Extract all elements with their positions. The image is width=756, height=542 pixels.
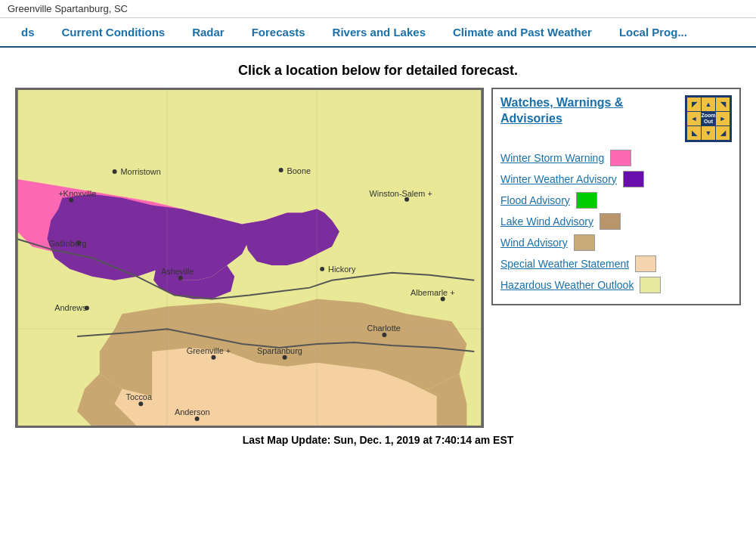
svg-text:Charlotte: Charlotte: [367, 324, 401, 333]
nav-item-current[interactable]: Current Conditions: [48, 18, 179, 48]
legend-color-hazardous: [640, 277, 661, 293]
location-text: Greenville Spartanburg, SC: [8, 3, 128, 14]
legend-color-flood: [576, 192, 597, 209]
legend-item-lake-wind: Lake Wind Advisory: [500, 213, 732, 230]
main-content: Click a location below for detailed fore…: [0, 48, 756, 454]
svg-text:Andrews: Andrews: [54, 303, 87, 312]
legend-link-lake-wind[interactable]: Lake Wind Advisory: [500, 215, 593, 228]
legend-panel: Watches, Warnings & Advisories ◤ ▲ ◥ ◄ Z…: [491, 88, 741, 305]
svg-text:Boone: Boone: [287, 166, 311, 175]
zoom-arrow-upright[interactable]: ◥: [716, 98, 730, 111]
legend-link-flood[interactable]: Flood Advisory: [500, 194, 570, 207]
svg-text:Greenville +: Greenville +: [187, 346, 231, 355]
svg-text:Winston-Salem +: Winston-Salem +: [370, 189, 432, 198]
svg-point-29: [441, 297, 445, 302]
legend-link-winter-weather[interactable]: Winter Weather Advisory: [500, 172, 617, 186]
instruction-text: Click a location below for detailed fore…: [15, 63, 741, 79]
svg-text:Anderson: Anderson: [175, 407, 210, 417]
svg-point-31: [382, 333, 386, 337]
svg-text:Albemarle +: Albemarle +: [411, 288, 454, 297]
nav-item-rivers[interactable]: Rivers and Lakes: [319, 18, 439, 48]
svg-point-27: [178, 276, 183, 280]
legend-item-special-weather: Special Weather Statement: [500, 256, 732, 272]
svg-point-33: [283, 355, 287, 360]
nav-item-climate[interactable]: Climate and Past Weather: [439, 18, 606, 48]
zoom-arrow-up[interactable]: ▲: [702, 98, 715, 111]
svg-point-37: [138, 401, 143, 406]
svg-text:Asheville: Asheville: [161, 267, 194, 276]
legend-link-hazardous[interactable]: Hazardous Weather Outlook: [500, 278, 634, 292]
svg-text:Spartanburg: Spartanburg: [257, 346, 302, 355]
legend-color-winter-storm: [610, 150, 631, 166]
zoom-arrow-upleft[interactable]: ◤: [687, 98, 701, 111]
svg-text:+Knoxville: +Knoxville: [58, 189, 96, 198]
zoom-arrow-left[interactable]: ◄: [687, 112, 701, 125]
svg-text:Gatlinburg: Gatlinburg: [48, 239, 86, 248]
legend-color-winter-weather: [623, 171, 644, 187]
nav-item-ds[interactable]: ds: [8, 18, 48, 48]
svg-point-35: [211, 355, 215, 360]
svg-point-21: [279, 168, 284, 172]
map-footer: Last Map Update: Sun, Dec. 1, 2019 at 7:…: [15, 434, 741, 446]
nav-item-radar[interactable]: Radar: [178, 18, 238, 48]
zoom-out-center[interactable]: ZoomOut: [702, 112, 715, 125]
weather-map[interactable]: Morristown +Knoxville Gatlinburg Andrews…: [15, 88, 484, 428]
zoom-arrow-downleft[interactable]: ◣: [687, 126, 701, 140]
svg-point-25: [320, 267, 324, 271]
nav-item-forecasts[interactable]: Forecasts: [238, 18, 319, 48]
legend-item-winter-storm: Winter Storm Warning: [500, 150, 732, 166]
legend-link-winter-storm[interactable]: Winter Storm Warning: [500, 151, 604, 165]
nav-item-local[interactable]: Local Prog...: [606, 18, 701, 48]
zoom-arrow-down[interactable]: ▼: [702, 126, 715, 140]
legend-color-lake-wind: [600, 213, 621, 230]
legend-link-wind[interactable]: Wind Advisory: [500, 236, 568, 249]
zoom-arrows[interactable]: ◤ ▲ ◥ ◄ ZoomOut ► ◣ ▼ ◢: [685, 95, 732, 142]
legend-item-hazardous: Hazardous Weather Outlook: [500, 277, 732, 293]
map-legend-container: Morristown +Knoxville Gatlinburg Andrews…: [15, 88, 741, 428]
svg-text:Morristown: Morristown: [121, 167, 161, 176]
legend-header: Watches, Warnings & Advisories ◤ ▲ ◥ ◄ Z…: [500, 95, 732, 142]
svg-text:Hickory: Hickory: [328, 265, 356, 274]
svg-point-15: [69, 198, 73, 203]
zoom-arrow-right[interactable]: ►: [716, 112, 730, 125]
main-nav: ds Current Conditions Radar Forecasts Ri…: [0, 18, 756, 48]
legend-item-winter-weather: Winter Weather Advisory: [500, 171, 732, 187]
legend-link-special-weather[interactable]: Special Weather Statement: [500, 257, 629, 271]
svg-point-13: [113, 169, 117, 174]
zoom-control[interactable]: ◤ ▲ ◥ ◄ ZoomOut ► ◣ ▼ ◢: [685, 95, 732, 142]
zoom-arrow-downright[interactable]: ◢: [716, 126, 730, 140]
legend-color-wind: [574, 234, 595, 251]
top-bar: Greenville Spartanburg, SC: [0, 0, 756, 18]
legend-color-special-weather: [635, 256, 656, 272]
legend-title[interactable]: Watches, Warnings & Advisories: [500, 95, 685, 127]
svg-point-39: [195, 417, 200, 421]
legend-item-wind: Wind Advisory: [500, 234, 732, 251]
svg-text:Toccoa: Toccoa: [125, 392, 152, 401]
legend-item-flood: Flood Advisory: [500, 192, 732, 209]
